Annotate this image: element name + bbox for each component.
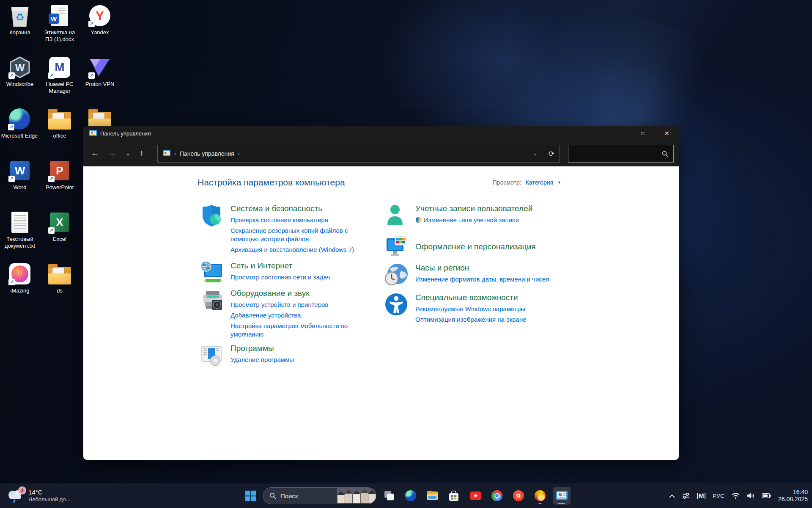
svg-text:W: W: [15, 62, 25, 73]
category-title-link[interactable]: Программы: [230, 344, 364, 353]
taskbar-yandex-browser[interactable]: Я: [510, 487, 527, 505]
view-by-dropdown[interactable]: Категория: [526, 179, 553, 186]
weather-temp: 14°C: [28, 489, 70, 496]
category-title-link[interactable]: Сеть и Интернет: [230, 261, 364, 271]
desktop-icon-yandex[interactable]: Y ↗ Yandex: [81, 3, 119, 36]
task-link[interactable]: Просмотр устройств и принтеров: [230, 301, 364, 309]
youtube-icon: [470, 491, 481, 500]
category-title-link[interactable]: Специальные возможности: [415, 293, 568, 302]
recent-pages-chevron-icon[interactable]: ⌄: [126, 150, 130, 157]
desktop-icon-office-folder[interactable]: office: [41, 107, 79, 139]
up-button[interactable]: ↑: [140, 149, 144, 158]
forward-button[interactable]: →: [108, 149, 116, 158]
address-bar[interactable]: › Панель управления › ⌄ ⟳: [157, 145, 560, 163]
desktop-icon-excel[interactable]: X ↗ Excel: [41, 210, 79, 243]
search-input[interactable]: [568, 145, 674, 163]
category-hardware-sound: Оборудование и звук Просмотр устройств и…: [199, 288, 364, 341]
close-button[interactable]: ✕: [655, 126, 679, 141]
desktop-icon-powerpoint[interactable]: P ↗ PowerPoint: [41, 158, 79, 191]
tray-settings-sliders-icon[interactable]: [682, 492, 690, 499]
word-app-icon: W ↗: [8, 158, 32, 183]
category-appearance: Оформление и персонализация: [384, 234, 568, 259]
taskbar-search-input[interactable]: Поиск: [263, 487, 376, 504]
chrome-icon: [491, 490, 502, 501]
task-link[interactable]: Сохранение резервных копий файлов с помо…: [230, 226, 364, 243]
task-link[interactable]: Архивация и восстановление (Windows 7): [230, 246, 364, 254]
shortcut-arrow-icon: ↗: [88, 72, 95, 79]
imazing-icon: ⑂ ↗: [8, 262, 32, 286]
task-link[interactable]: Настройка параметров мобильности по умол…: [230, 322, 364, 339]
shield-icon: [199, 203, 224, 228]
language-indicator[interactable]: РУС: [713, 493, 724, 499]
powerpoint-icon: P ↗: [47, 158, 72, 183]
desktop-icon-txt[interactable]: Текстовый документ.txt: [1, 210, 39, 249]
task-link[interactable]: Оптимизация изображения на экране: [415, 315, 568, 324]
view-by-caret-icon[interactable]: ▼: [557, 180, 561, 185]
weather-widget[interactable]: 2 14°C Небольшой до...: [6, 483, 70, 508]
running-indicator: [539, 503, 542, 504]
category-title-link[interactable]: Оборудование и звук: [230, 289, 364, 298]
desktop-icon-word[interactable]: W ↗ Word: [1, 158, 39, 191]
desktop-icon-imazing[interactable]: ⑂ ↗ iMazing: [1, 262, 39, 294]
desktop-icon-windscribe[interactable]: W ↗ Windscribe: [1, 55, 39, 88]
network-monitor-icon: [199, 260, 224, 285]
breadcrumb-separator-icon[interactable]: ›: [238, 151, 240, 157]
task-view-button[interactable]: [380, 487, 398, 505]
desktop-icon-ds-folder[interactable]: ds: [41, 262, 79, 294]
clock[interactable]: 16:40 26.08.2025: [778, 489, 808, 503]
category-user-accounts: Учетные записи пользователей Изменение т…: [384, 203, 568, 228]
breadcrumb-separator-icon: ›: [174, 151, 176, 157]
taskbar-firefox[interactable]: [531, 487, 549, 505]
taskbar: 2 14°C Небольшой до... Поиск: [0, 483, 812, 508]
maximize-button[interactable]: □: [631, 126, 655, 141]
desktop-icon-proton-vpn[interactable]: ↗ Proton VPN: [81, 55, 119, 88]
breadcrumb-control-panel[interactable]: Панель управления: [180, 150, 234, 157]
category-programs: Программы Удаление программы: [199, 343, 364, 367]
task-link-uac[interactable]: Изменение типа учетной записи: [415, 216, 568, 224]
desktop-icon-docx[interactable]: W Этикетка на ПЗ (1).docx: [41, 3, 79, 43]
category-title-link[interactable]: Часы и регион: [415, 263, 568, 273]
category-title-link[interactable]: Система и безопасность: [230, 204, 364, 213]
search-highlight-image[interactable]: [337, 488, 376, 503]
address-dropdown-chevron-icon[interactable]: ⌄: [533, 151, 538, 157]
control-panel-icon: [556, 490, 568, 502]
category-title-link[interactable]: Учетные записи пользователей: [415, 204, 568, 213]
active-window-indicator: [558, 503, 565, 504]
edge-icon: [405, 490, 416, 501]
category-network-internet: Сеть и Интернет Просмотр состояния сети …: [199, 260, 364, 285]
task-link[interactable]: Изменение форматов даты, времени и чисел: [415, 275, 568, 284]
tray-huawei-manager-icon[interactable]: M: [697, 493, 706, 499]
word-document-icon: W: [47, 3, 72, 28]
shortcut-arrow-icon: ↗: [48, 72, 55, 79]
desktop-icon-recycle-bin[interactable]: ♻ Корзина: [1, 3, 39, 36]
category-title-link[interactable]: Оформление и персонализация: [415, 242, 568, 251]
shortcut-arrow-icon: ↗: [8, 124, 14, 130]
taskbar-chrome[interactable]: [488, 487, 506, 505]
taskbar-control-panel[interactable]: [553, 487, 571, 505]
taskbar-youtube[interactable]: [466, 487, 484, 505]
weather-alert-badge: 2: [18, 486, 26, 494]
refresh-icon[interactable]: ⟳: [549, 149, 554, 158]
minimize-button[interactable]: —: [606, 126, 631, 141]
battery-icon[interactable]: [762, 493, 771, 498]
svg-text:♻: ♻: [15, 11, 25, 23]
task-link[interactable]: Проверка состояния компьютера: [230, 216, 364, 224]
start-button[interactable]: [241, 487, 259, 505]
tray-overflow-chevron-icon[interactable]: [669, 494, 675, 498]
desktop-icon-microsoft-edge[interactable]: ↗ Microsoft Edge: [1, 107, 38, 139]
task-link[interactable]: Просмотр состояния сети и задач: [230, 273, 364, 282]
task-link[interactable]: Удаление программы: [230, 356, 364, 364]
back-button[interactable]: ←: [91, 149, 99, 158]
volume-icon[interactable]: [747, 492, 754, 499]
taskbar-file-explorer[interactable]: [423, 487, 441, 505]
taskbar-microsoft-store[interactable]: [445, 487, 463, 505]
desktop-icon-huawei-pc-manager[interactable]: M ↗ Huawei PC Manager: [41, 55, 79, 94]
task-link[interactable]: Добавление устройства: [230, 311, 364, 320]
taskbar-edge[interactable]: [402, 487, 420, 505]
task-link[interactable]: Рекомендуемые Windows параметры: [415, 305, 568, 313]
category-clock-region: Часы и регион Изменение форматов даты, в…: [384, 262, 568, 287]
wifi-icon[interactable]: [732, 493, 740, 499]
excel-icon: X ↗: [47, 210, 72, 235]
yandex-browser-icon: Я: [513, 490, 524, 501]
time: 16:40: [778, 489, 808, 496]
